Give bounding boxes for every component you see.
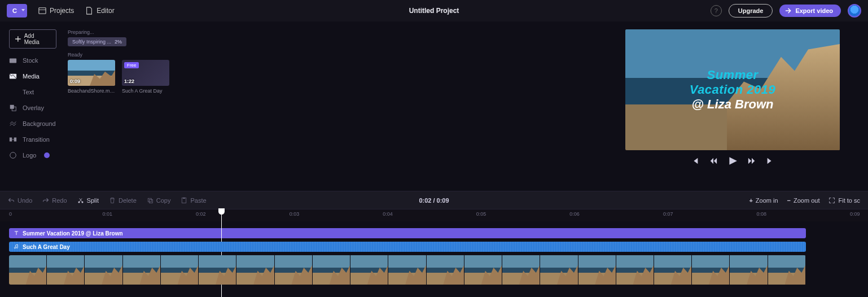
- video-frame: [9, 255, 47, 285]
- video-preview[interactable]: Summer Vacation 2019 @ Liza Brown: [625, 29, 840, 150]
- video-frame: [85, 255, 122, 285]
- nav-editor-label: Editor: [97, 7, 114, 15]
- export-button[interactable]: Export video: [779, 5, 841, 17]
- svg-rect-0: [39, 8, 46, 14]
- sidebar-item-label: Transition: [23, 136, 50, 143]
- media-clip-video[interactable]: 0:09 BeachandShore.mp4: [68, 60, 115, 94]
- nav-editor[interactable]: Editor: [80, 5, 120, 17]
- video-frame: [616, 255, 654, 285]
- overlay-line1: Summer Vacation 2019: [679, 68, 786, 97]
- text-track-clip[interactable]: Summer Vacation 2019 @ Liza Brown: [9, 228, 806, 238]
- media-clip-audio[interactable]: Free 1:22 Such A Great Day: [122, 60, 169, 94]
- sidebar-item-label: Background: [23, 120, 56, 127]
- player-controls: [625, 156, 840, 167]
- svg-rect-6: [10, 138, 12, 142]
- video-frame: [123, 255, 161, 285]
- clip-duration: 1:22: [124, 78, 134, 84]
- upgrade-button[interactable]: Upgrade: [729, 4, 773, 18]
- skip-start-button[interactable]: [691, 157, 699, 166]
- sidebar-item-stock[interactable]: Stock: [9, 56, 63, 64]
- forward-button[interactable]: [748, 157, 756, 166]
- split-button[interactable]: Split: [77, 197, 99, 204]
- clip-name: BeachandShore.mp4: [68, 88, 115, 94]
- media-icon: [9, 72, 17, 80]
- sidebar-item-transition[interactable]: Transition: [9, 136, 63, 143]
- text-track-icon: [14, 230, 19, 236]
- sidebar-item-logo[interactable]: Logo: [9, 151, 63, 159]
- upload-percent: 2%: [115, 39, 122, 45]
- clip-thumbnail: Free 1:22: [122, 60, 169, 86]
- play-button[interactable]: [727, 156, 738, 167]
- top-bar: C Projects Editor Untitled Project ? Upg…: [0, 0, 868, 21]
- rewind-button[interactable]: [709, 157, 717, 166]
- video-frame: [388, 255, 426, 285]
- fit-label: Fit to sc: [838, 197, 860, 204]
- undo-button[interactable]: Undo: [8, 197, 32, 204]
- zoom-out-button[interactable]: −Zoom out: [787, 197, 820, 204]
- copy-button[interactable]: Copy: [147, 197, 171, 204]
- video-track-clip[interactable]: [9, 255, 806, 285]
- preparing-label: Preparing...: [68, 29, 186, 35]
- redo-button[interactable]: Redo: [42, 197, 67, 204]
- add-media-label: Add Media: [24, 33, 50, 45]
- nav-projects[interactable]: Projects: [33, 5, 80, 17]
- skip-start-icon: [691, 157, 699, 165]
- ruler-tick: 0:05: [476, 211, 486, 217]
- app-logo[interactable]: C: [7, 4, 27, 18]
- overlay-icon: [9, 104, 17, 112]
- user-avatar[interactable]: [848, 4, 861, 18]
- project-title: Untitled Project: [409, 7, 459, 15]
- edit-toolbar: Undo Redo Split Delete Copy Paste 0:02 /…: [0, 191, 868, 209]
- delete-button[interactable]: Delete: [109, 197, 137, 204]
- timeline-ruler[interactable]: 00:010:020:030:040:050:060:070:080:09: [0, 209, 868, 221]
- ruler-tick: 0:07: [663, 211, 673, 217]
- upload-progress-pill[interactable]: Softly Inspiring ... 2%: [68, 37, 126, 46]
- split-label: Split: [87, 197, 99, 204]
- video-frame: [350, 255, 388, 285]
- video-frame: [768, 255, 806, 285]
- video-frame: [540, 255, 578, 285]
- video-frame: [275, 255, 313, 285]
- add-media-button[interactable]: Add Media: [9, 29, 56, 49]
- free-badge: Free: [124, 62, 139, 68]
- nav-projects-label: Projects: [50, 7, 74, 15]
- sidebar-item-background[interactable]: Background: [9, 120, 63, 128]
- logo-icon: [9, 151, 17, 159]
- sidebar-item-overlay[interactable]: Overlay: [9, 104, 63, 112]
- redo-label: Redo: [52, 197, 67, 204]
- audio-track-icon: [14, 244, 19, 250]
- export-arrow-icon: [785, 7, 792, 14]
- help-icon[interactable]: ?: [711, 5, 722, 16]
- sidebar-item-media[interactable]: Media: [9, 72, 63, 80]
- text-track-label: Summer Vacation 2019 @ Liza Brown: [23, 230, 123, 237]
- rewind-icon: [709, 157, 717, 165]
- sidebar-item-text[interactable]: Text: [9, 88, 63, 96]
- svg-rect-12: [149, 199, 152, 203]
- svg-rect-14: [183, 197, 185, 198]
- undo-icon: [8, 197, 15, 204]
- clip-duration: 0:09: [70, 78, 80, 84]
- zoom-in-button[interactable]: +Zoom in: [749, 197, 778, 204]
- projects-icon: [38, 7, 46, 15]
- play-icon: [727, 156, 738, 166]
- audio-track-clip[interactable]: Such A Great Day: [9, 242, 806, 252]
- fit-button[interactable]: Fit to sc: [828, 197, 860, 204]
- paste-icon: [181, 197, 187, 204]
- ruler-tick: 0:03: [290, 211, 300, 217]
- overlay-text: Summer Vacation 2019 @ Liza Brown: [679, 68, 786, 112]
- ruler-tick: 0:04: [383, 211, 393, 217]
- svg-rect-11: [148, 198, 151, 202]
- paste-label: Paste: [190, 197, 206, 204]
- file-icon: [85, 7, 93, 15]
- clip-name: Such A Great Day: [122, 88, 169, 94]
- ready-label: Ready: [68, 52, 186, 58]
- paste-button[interactable]: Paste: [181, 197, 206, 204]
- skip-end-button[interactable]: [766, 157, 774, 166]
- audio-track-label: Such A Great Day: [23, 244, 70, 250]
- redo-icon: [42, 197, 49, 204]
- video-frame: [578, 255, 616, 285]
- zoom-out-label: Zoom out: [794, 197, 819, 204]
- ruler-tick: 0:09: [850, 211, 860, 217]
- stock-icon: [9, 56, 17, 64]
- video-frame: [692, 255, 730, 285]
